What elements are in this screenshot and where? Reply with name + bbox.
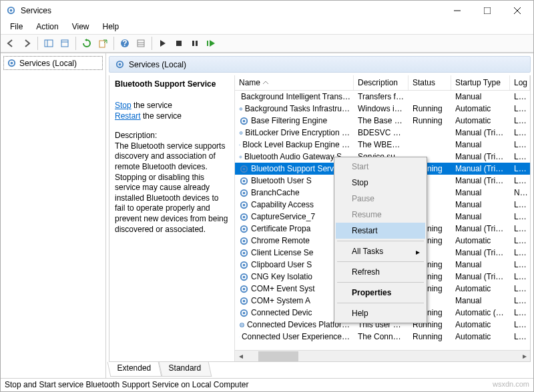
export-button[interactable] — [95, 36, 110, 51]
gear-icon — [239, 152, 242, 162]
restart-link[interactable]: Restart — [115, 111, 141, 121]
gear-icon — [239, 212, 249, 222]
cell-log: Loc — [510, 176, 530, 185]
cell-log: Loc — [510, 272, 530, 281]
menu-help[interactable]: Help — [97, 21, 125, 34]
cell-startup: Automatic — [451, 332, 510, 341]
cell-startup: Manual (Trig… — [451, 128, 510, 137]
context-item-all-tasks[interactable]: All Tasks▸ — [336, 243, 425, 259]
col-logon[interactable]: Log — [510, 75, 530, 90]
context-separator — [337, 241, 424, 241]
context-item-stop[interactable]: Stop — [336, 175, 425, 191]
svg-rect-3 — [484, 7, 491, 14]
play-button[interactable] — [156, 36, 170, 51]
context-item-help[interactable]: Help — [336, 305, 425, 321]
stop-link[interactable]: Stop — [115, 101, 131, 110]
cell-name: BranchCache — [251, 188, 300, 197]
stop-button[interactable] — [172, 36, 186, 51]
content-header: Services (Local) — [109, 56, 531, 73]
table-row[interactable]: Block Level Backup Engine …The WBENG…Man… — [235, 139, 530, 151]
svg-rect-10 — [99, 41, 105, 47]
service-actions: Stop the service Restart the service — [115, 101, 229, 121]
cell-log: Loc — [510, 248, 530, 257]
horizontal-scrollbar[interactable]: ◂ ▸ — [235, 350, 530, 361]
pause-button[interactable] — [188, 36, 202, 51]
cell-name: Bluetooth User S — [251, 176, 312, 185]
forward-button[interactable] — [19, 36, 34, 51]
context-item-start: Start — [336, 159, 425, 175]
svg-point-21 — [11, 62, 13, 65]
context-item-refresh[interactable]: Refresh — [336, 264, 425, 280]
tab-standard[interactable]: Standard — [158, 362, 211, 377]
table-row[interactable]: Connected User Experience…The Connec…Run… — [235, 331, 530, 343]
detail-pane: Bluetooth Support Service Stop the servi… — [109, 75, 235, 361]
menu-action[interactable]: Action — [31, 21, 63, 34]
cell-name: Background Intelligent Trans… — [241, 92, 350, 101]
scroll-right-icon[interactable]: ▸ — [519, 351, 530, 362]
cell-name: Bluetooth Support Service — [251, 164, 344, 173]
minimize-button[interactable] — [442, 1, 472, 21]
gear-icon — [239, 176, 249, 186]
col-description[interactable]: Description — [354, 75, 409, 90]
window-title: Services — [21, 6, 442, 15]
cell-log: Loc — [510, 212, 530, 221]
cell-log: Loc — [510, 296, 530, 305]
tab-extended[interactable]: Extended — [107, 362, 162, 377]
svg-point-41 — [243, 191, 246, 194]
context-item-pause: Pause — [336, 191, 425, 207]
gear-icon — [239, 248, 249, 258]
svg-point-61 — [243, 311, 246, 314]
context-item-restart[interactable]: Restart — [336, 223, 425, 239]
cell-startup: Manual — [451, 296, 510, 305]
svg-point-39 — [243, 179, 246, 182]
cell-log: Net — [510, 188, 530, 197]
table-row[interactable]: BitLocker Drive Encryption …BDESVC hos…M… — [235, 127, 530, 139]
cell-desc: BDESVC hos… — [354, 128, 409, 137]
back-button[interactable] — [3, 36, 18, 51]
table-row[interactable]: Background Intelligent Trans…Transfers f… — [235, 91, 530, 103]
nav-services-local[interactable]: Services (Local) — [3, 56, 103, 70]
col-status[interactable]: Status — [409, 75, 451, 90]
cell-startup: Manual (Trig… — [451, 152, 510, 161]
svg-point-51 — [243, 251, 246, 254]
col-startup[interactable]: Startup Type — [451, 75, 510, 90]
view-tabs: Extended Standard — [109, 362, 531, 377]
refresh-button[interactable] — [79, 36, 94, 51]
cell-log: Loc — [510, 320, 530, 329]
svg-point-45 — [243, 215, 246, 218]
table-row[interactable]: Background Tasks Infrastru…Windows in…Ru… — [235, 103, 530, 115]
gear-icon — [7, 58, 17, 68]
navigation-pane: Services (Local) — [1, 53, 106, 378]
gear-icon — [115, 59, 125, 69]
cell-name: Connected Devic — [251, 308, 312, 317]
main-body: Services (Local) Services (Local) Blueto… — [1, 53, 533, 378]
maximize-button[interactable] — [472, 1, 502, 21]
restart-button[interactable] — [204, 36, 218, 51]
table-row[interactable]: Base Filtering EngineThe Base Fil…Runnin… — [235, 115, 530, 127]
cell-name: Background Tasks Infrastru… — [245, 104, 350, 113]
close-button[interactable] — [502, 1, 532, 21]
list-view-button[interactable] — [134, 36, 148, 51]
menu-file[interactable]: File — [5, 21, 28, 34]
svg-point-23 — [119, 63, 121, 66]
cell-name: Capability Access — [251, 200, 314, 209]
cell-desc: Windows in… — [354, 104, 409, 113]
cell-name: CNG Key Isolatio — [251, 272, 312, 281]
show-hide-tree-button[interactable] — [41, 36, 56, 51]
menu-view[interactable]: View — [67, 21, 95, 34]
cell-startup: Manual — [451, 212, 510, 221]
scroll-left-icon[interactable]: ◂ — [235, 351, 246, 362]
properties-toolbar-button[interactable] — [57, 36, 72, 51]
cell-log: Loc — [510, 140, 530, 149]
cell-startup: Manual — [451, 200, 510, 209]
help-button[interactable]: ? — [117, 36, 132, 51]
context-item-properties[interactable]: Properties — [336, 285, 425, 301]
gear-icon — [239, 116, 249, 126]
col-name[interactable]: Name — [235, 75, 354, 90]
content-pane: Services (Local) Bluetooth Support Servi… — [106, 53, 533, 378]
gear-icon — [239, 284, 249, 294]
context-separator — [337, 303, 424, 303]
svg-point-35 — [240, 156, 241, 157]
scroll-thumb[interactable] — [258, 351, 298, 361]
chevron-right-icon: ▸ — [416, 247, 420, 257]
